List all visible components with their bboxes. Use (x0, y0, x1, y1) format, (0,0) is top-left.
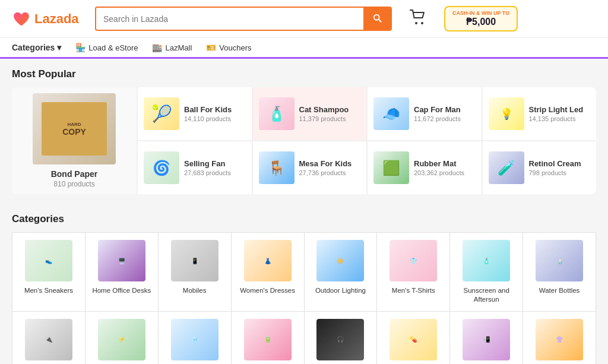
cart-button[interactable] (410, 10, 426, 29)
most-popular-section: Most Popular HARD COPY Bond Paper 810 pr… (0, 59, 608, 204)
navbar: Categories ▾ 🏪 Load & eStore 🏬 LazMall 🎫… (0, 38, 608, 59)
dresses-label: Women's Dresses (240, 286, 295, 295)
water-label: Water Bottles (539, 286, 580, 295)
popular-item-capman[interactable]: 🧢 Cap For Man 11,672 products (368, 87, 482, 140)
wires-image: 🔌 (25, 319, 72, 360)
retinol-image: 🧪 (489, 151, 524, 184)
category-electrical[interactable]: ⚡ Electrical Circuitry & Parts (86, 312, 158, 364)
chevron-down-icon: ▾ (57, 43, 61, 52)
serum-image: 💊 (390, 319, 437, 360)
mesa-image: 🪑 (259, 151, 294, 184)
popular-main-item[interactable]: HARD COPY Bond Paper 810 products (12, 87, 137, 194)
shampoo-name: Cat Shampoo (299, 105, 361, 114)
fan-name: Selling Fan (184, 159, 246, 168)
desk-label: Home Office Desks (92, 286, 151, 295)
logo-icon (12, 10, 31, 29)
category-dresses[interactable]: 👗 Women's Dresses (232, 233, 304, 311)
most-popular-title: Most Popular (12, 68, 596, 80)
search-input[interactable] (96, 10, 363, 29)
capman-count: 11,672 products (414, 115, 476, 122)
nav-link-lazmall[interactable]: 🏬 LazMall (152, 43, 192, 52)
categories-grid: 👟 Men's Sneakers 🖥️ Home Office Desks 📱 … (12, 232, 596, 364)
nav-link-vouchers[interactable]: 🎫 Vouchers (206, 43, 251, 52)
logo-area: Lazada (12, 10, 83, 29)
outdoor-image: ☀️ (316, 240, 364, 281)
categories-section: Categories 👟 Men's Sneakers 🖥️ Home Offi… (0, 204, 608, 364)
dresses-image: 👗 (244, 240, 292, 281)
svg-point-0 (415, 22, 417, 24)
nav-link-load[interactable]: 🏪 Load & eStore (75, 43, 138, 52)
nav-link-lazmall-label: LazMall (165, 43, 192, 52)
powerbanks-image: 🔋 (244, 319, 292, 360)
promo-banner[interactable]: CASH-IN & WIN UP TO ₱5,000 (444, 6, 518, 31)
category-blouses[interactable]: 👚 Women's Blouses (523, 312, 596, 364)
sneakers-label: Men's Sneakers (24, 286, 73, 295)
popular-item-mesa[interactable]: 🪑 Mesa For Kids 27,736 products (253, 141, 367, 194)
search-bar (95, 7, 392, 31)
popular-item-retinol[interactable]: 🧪 Retinol Cream 798 products (483, 141, 597, 194)
mobiles-label: Mobiles (183, 286, 207, 295)
logo-text: Lazada (34, 11, 79, 27)
popular-item-rubber[interactable]: 🟩 Rubber Mat 203,362 products (368, 141, 482, 194)
striplight-count: 14,135 products (529, 115, 591, 122)
shampoo-count: 11,379 products (299, 115, 361, 122)
ball-name: Ball For Kids (184, 105, 246, 114)
tshirts-label: Men's T-Shirts (392, 286, 435, 295)
electrical-image: ⚡ (98, 319, 145, 360)
rubber-image: 🟩 (373, 151, 409, 184)
outdoor-label: Outdoor Lighting (315, 286, 366, 295)
fans-image: 🌬️ (171, 319, 218, 360)
categories-label: Categories (12, 43, 55, 52)
retinol-name: Retinol Cream (529, 159, 591, 168)
retinol-count: 798 products (529, 169, 591, 176)
popular-item-fan[interactable]: 🌀 Selling Fan 27,683 products (138, 141, 252, 194)
striplight-name: Strip Light Led (529, 105, 591, 114)
search-button[interactable] (363, 8, 391, 30)
sunscreen-label: Sunscreen and Aftersun (455, 286, 518, 304)
capman-image: 🧢 (373, 97, 409, 130)
popular-item-striplight[interactable]: 💡 Strip Light Led 14,135 products (483, 87, 597, 140)
popular-grid: HARD COPY Bond Paper 810 products 🎾 Ball… (12, 87, 596, 194)
capman-name: Cap For Man (414, 105, 476, 114)
categories-dropdown-button[interactable]: Categories ▾ (12, 43, 61, 52)
nav-link-load-label: Load & eStore (88, 43, 138, 52)
mesa-name: Mesa For Kids (299, 159, 361, 168)
desk-image: 🖥️ (98, 240, 145, 281)
category-powerbanks[interactable]: 🔋 Power Banks (232, 312, 304, 364)
category-tshirts[interactable]: 👕 Men's T-Shirts (377, 233, 449, 311)
category-earbuds[interactable]: 🎧 Wireless Earbuds (305, 312, 377, 364)
fan-count: 27,683 products (184, 169, 246, 176)
blouses-image: 👚 (536, 319, 583, 360)
striplight-image: 💡 (489, 97, 524, 130)
category-sunscreen[interactable]: 🧴 Sunscreen and Aftersun (450, 233, 522, 311)
popular-item-shampoo[interactable]: 🧴 Cat Shampoo 11,379 products (253, 87, 367, 140)
category-outdoor-lighting[interactable]: ☀️ Outdoor Lighting (305, 233, 377, 311)
search-icon (372, 12, 382, 23)
mesa-count: 27,736 products (299, 169, 361, 176)
tshirts-image: 👕 (390, 240, 437, 281)
vouchers-icon: 🎫 (206, 43, 216, 52)
category-cables[interactable]: 📲 Phone Cables & Converters (450, 312, 522, 364)
category-mobiles[interactable]: 📱 Mobiles (159, 233, 231, 311)
fan-image: 🌀 (144, 151, 179, 184)
sunscreen-image: 🧴 (463, 240, 510, 281)
category-sneakers[interactable]: 👟 Men's Sneakers (12, 233, 85, 311)
category-desk[interactable]: 🖥️ Home Office Desks (86, 233, 158, 311)
categories-title: Categories (12, 213, 596, 225)
lazmall-icon: 🏬 (152, 43, 162, 52)
header: Lazada CASH-IN & WIN UP TO ₱5,000 (0, 0, 608, 38)
rubber-name: Rubber Mat (414, 159, 476, 168)
mobiles-image: 📱 (171, 240, 218, 281)
category-water-bottles[interactable]: 🍶 Water Bottles (523, 233, 596, 311)
bond-paper-image: HARD COPY (33, 93, 116, 164)
popular-item-ball[interactable]: 🎾 Ball For Kids 14,110 products (138, 87, 252, 140)
category-fans[interactable]: 🌬️ Mini/Hand-Held Fans (159, 312, 231, 364)
sneakers-image: 👟 (25, 240, 72, 281)
promo-amount-text: ₱5,000 (466, 16, 496, 27)
svg-point-1 (421, 22, 423, 24)
cables-image: 📲 (463, 319, 510, 360)
category-serum[interactable]: 💊 Serum & Essence (377, 312, 449, 364)
load-icon: 🏪 (75, 43, 86, 52)
promo-top-text: CASH-IN & WIN UP TO (452, 10, 509, 16)
category-wires[interactable]: 🔌 Wires, Leads & Adapters (12, 312, 85, 364)
